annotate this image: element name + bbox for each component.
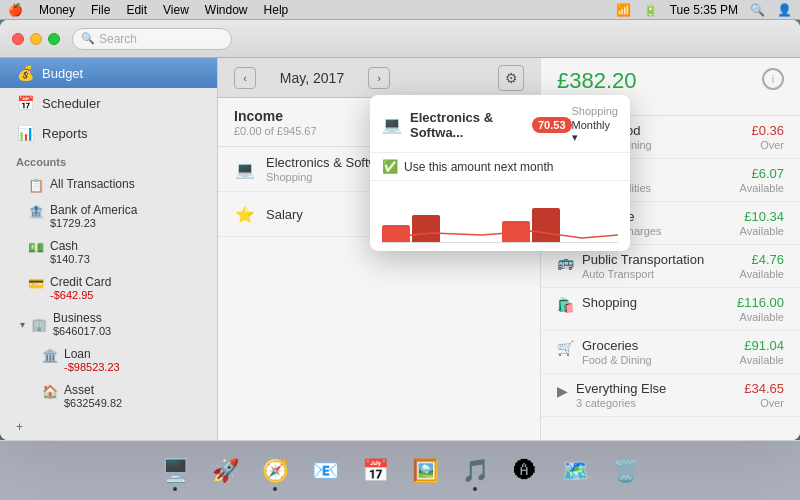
business-balance: $646017.03 (53, 325, 111, 337)
loan-name: Loan (64, 347, 120, 361)
dock-trash[interactable]: 🗑️ (603, 449, 647, 493)
prev-month-button[interactable]: ‹ (234, 67, 256, 89)
rbi-shopping[interactable]: 🛍️ Shopping £116.00 Available (541, 288, 800, 331)
dock-maps[interactable]: 🗺️ (553, 449, 597, 493)
transport-name: Public Transportation (582, 252, 704, 267)
rbi-public-transport[interactable]: 🚌 Public Transportation Auto Transport £… (541, 245, 800, 288)
current-month: May, 2017 (272, 70, 352, 86)
menu-window[interactable]: Window (205, 3, 248, 17)
budget-label: Budget (42, 66, 83, 81)
sidebar-item-reports[interactable]: 📊 Reports (0, 118, 217, 148)
use-amount-label: Use this amount next month (404, 160, 553, 174)
minimize-button[interactable] (30, 33, 42, 45)
popup-checkbox-row[interactable]: ✅ Use this amount next month (370, 153, 630, 181)
business-group-header[interactable]: ▾ 🏢 Business $646017.03 (0, 306, 217, 342)
dock: 🖥️ 🚀 🧭 📧 📅 🖼️ 🎵 🅐 🗺️ 🗑️ (0, 440, 800, 500)
popup-frequency-dropdown[interactable]: Monthly ▾ (572, 119, 619, 144)
internet-status: Available (740, 182, 784, 194)
search-menu-icon[interactable]: 🔍 (750, 3, 765, 17)
asset-icon: 🏠 (42, 384, 58, 399)
dock-calendar[interactable]: 📅 (353, 449, 397, 493)
account-asset[interactable]: 🏠 Asset $632549.82 (0, 378, 217, 414)
groceries-cat: Food & Dining (582, 354, 652, 366)
titlebar: 🔍 Search (0, 20, 800, 58)
popup-category-icon: 💻 (382, 115, 402, 134)
popup-header: 💻 Electronics & Softwa... 70.53 Shopping… (370, 95, 630, 153)
settings-button[interactable]: ⚙ (498, 65, 524, 91)
everything-else-cat: 3 categories (576, 397, 666, 409)
search-bar[interactable]: 🔍 Search (72, 28, 232, 50)
menu-money[interactable]: Money (39, 3, 75, 17)
credit-card-name: Credit Card (50, 275, 111, 289)
transport-amount: £4.76 (740, 252, 784, 267)
account-all-transactions[interactable]: 📋 All Transactions (0, 172, 217, 198)
reports-label: Reports (42, 126, 88, 141)
groceries-status: Available (740, 354, 784, 366)
menu-file[interactable]: File (91, 3, 110, 17)
dock-appstore[interactable]: 🅐 (503, 449, 547, 493)
dock-launchpad[interactable]: 🚀 (203, 449, 247, 493)
credit-card-icon: 💳 (28, 276, 44, 291)
sidebar-item-scheduler[interactable]: 📅 Scheduler (0, 88, 217, 118)
cash-name: Cash (50, 239, 90, 253)
next-month-button[interactable]: › (368, 67, 390, 89)
reports-icon: 📊 (16, 125, 34, 141)
use-amount-checkbox[interactable]: ✅ (382, 159, 398, 174)
cash-balance: $140.73 (50, 253, 90, 265)
clock: Tue 5:35 PM (670, 3, 738, 17)
popup-chart (370, 181, 630, 251)
scheduler-icon: 📅 (16, 95, 34, 111)
popup-amount-badge: 70.53 (532, 117, 572, 133)
menu-edit[interactable]: Edit (126, 3, 147, 17)
plus-icon: + (16, 420, 23, 434)
account-credit-card[interactable]: 💳 Credit Card -$642.95 (0, 270, 217, 306)
accounts-header: Accounts (0, 148, 217, 172)
control-center-icon[interactable]: 👤 (777, 3, 792, 17)
transport-icon: 🚌 (557, 254, 574, 270)
fast-food-amount: £0.36 (751, 123, 784, 138)
chevron-down-icon: ▾ (20, 319, 25, 330)
asset-balance: $632549.82 (64, 397, 122, 409)
apple-menu[interactable]: 🍎 (8, 3, 23, 17)
popup-subtitle: Shopping (572, 105, 619, 117)
dock-safari[interactable]: 🧭 (253, 449, 297, 493)
shopping-icon: 🛍️ (557, 297, 574, 313)
info-circle-button[interactable]: i (762, 68, 784, 90)
internet-amount: £6.07 (740, 166, 784, 181)
menubar: 🍎 Money File Edit View Window Help 📶 🔋 T… (0, 0, 800, 20)
sidebar-item-budget[interactable]: 💰 Budget (0, 58, 217, 88)
close-button[interactable] (12, 33, 24, 45)
business-name: Business (53, 311, 111, 325)
month-navbar: ‹ May, 2017 › ⚙ (218, 58, 540, 98)
dock-photos[interactable]: 🖼️ (403, 449, 447, 493)
transport-status: Available (740, 268, 784, 280)
account-loan[interactable]: 🏛️ Loan -$98523.23 (0, 342, 217, 378)
income-subtitle: £0.00 of £945.67 (234, 125, 317, 137)
dock-mail[interactable]: 📧 (303, 449, 347, 493)
search-icon: 🔍 (81, 32, 95, 45)
fast-food-status: Over (751, 139, 784, 151)
income-title: Income (234, 108, 317, 124)
account-bank-of-america[interactable]: 🏦 Bank of America $1729.23 (0, 198, 217, 234)
all-transactions-icon: 📋 (28, 178, 44, 193)
all-transactions-name: All Transactions (50, 177, 135, 191)
budget-icon: 💰 (16, 65, 34, 81)
atm-amount: £10.34 (740, 209, 784, 224)
menubar-right: 📶 🔋 Tue 5:35 PM 🔍 👤 (616, 3, 792, 17)
groceries-icon: 🛒 (557, 340, 574, 356)
menu-view[interactable]: View (163, 3, 189, 17)
business-icon: 🏢 (31, 317, 47, 332)
menu-help[interactable]: Help (264, 3, 289, 17)
maximize-button[interactable] (48, 33, 60, 45)
budget-popup: 💻 Electronics & Softwa... 70.53 Shopping… (370, 95, 630, 251)
account-cash[interactable]: 💵 Cash $140.73 (0, 234, 217, 270)
salary-icon: ⭐ (234, 205, 256, 224)
dock-finder[interactable]: 🖥️ (153, 449, 197, 493)
add-account-button[interactable]: + (0, 414, 217, 440)
rbi-everything-else[interactable]: ▶ Everything Else 3 categories £34.65 Ov… (541, 374, 800, 417)
loan-icon: 🏛️ (42, 348, 58, 363)
chart-trend-line (382, 213, 618, 243)
dock-itunes[interactable]: 🎵 (453, 449, 497, 493)
battery-icon: 🔋 (643, 3, 658, 17)
rbi-groceries[interactable]: 🛒 Groceries Food & Dining £91.04 Availab… (541, 331, 800, 374)
